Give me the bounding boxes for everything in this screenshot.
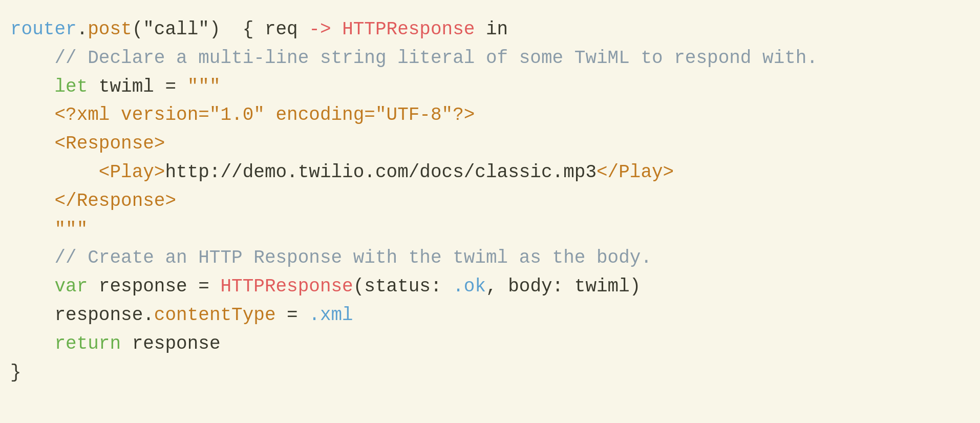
code-token	[10, 191, 54, 212]
code-token: HTTPResponse	[220, 276, 353, 297]
code-token	[10, 104, 54, 125]
code-token: """	[187, 76, 221, 97]
code-token: let	[54, 76, 88, 97]
code-line: // Declare a multi-line string literal o…	[10, 44, 970, 73]
code-line: router.post("call") { req -> HTTPRespons…	[10, 15, 970, 44]
code-token: // Create an HTTP Response with the twim…	[54, 247, 652, 268]
code-token: """	[54, 219, 88, 240]
code-line: response.contentType = .xml	[10, 301, 970, 330]
code-token: twiml =	[88, 76, 187, 97]
code-line: return response	[10, 330, 970, 358]
code-token: response	[54, 305, 143, 326]
code-token	[10, 133, 54, 154]
code-line: </Response>	[10, 187, 970, 216]
code-line: <?xml version="1.0" encoding="UTF-8"?>	[10, 101, 970, 130]
code-token	[10, 76, 54, 97]
code-token: <?xml version="1.0" encoding="UTF-8"?>	[54, 104, 475, 125]
code-token: .xml	[309, 305, 353, 326]
code-token: (status:	[353, 276, 453, 297]
code-token: http://demo.twilio.com/docs/classic.mp3	[165, 162, 596, 183]
code-token: .ok	[453, 276, 486, 297]
code-token	[10, 305, 54, 326]
code-token: ("call") { req	[132, 19, 309, 40]
code-token: response	[121, 333, 220, 354]
code-token	[10, 247, 54, 268]
code-token: return	[54, 333, 121, 354]
code-token: router	[10, 19, 77, 40]
code-token: ->	[309, 19, 331, 40]
code-token	[10, 219, 54, 240]
code-token: }	[10, 362, 22, 383]
code-token: =	[276, 305, 309, 326]
code-token: post	[88, 19, 132, 40]
code-token	[10, 276, 54, 297]
code-token: // Declare a multi-line string literal o…	[54, 48, 818, 69]
code-line: }	[10, 358, 970, 387]
code-token: </Play>	[596, 162, 674, 183]
code-token: , body: twiml)	[486, 276, 641, 297]
code-token	[10, 48, 54, 69]
code-token: var	[54, 276, 88, 297]
code-line: let twiml = """	[10, 73, 970, 101]
code-token: <Play>	[99, 162, 165, 183]
code-token	[10, 162, 99, 183]
code-block: router.post("call") { req -> HTTPRespons…	[0, 0, 980, 423]
code-token: in	[475, 19, 508, 40]
code-token	[10, 333, 54, 354]
code-token: .	[77, 19, 88, 40]
code-line: var response = HTTPResponse(status: .ok,…	[10, 272, 970, 301]
code-token: contentType	[154, 305, 276, 326]
code-line: """	[10, 216, 970, 244]
code-line: <Play>http://demo.twilio.com/docs/classi…	[10, 158, 970, 187]
code-token: </Response>	[54, 191, 176, 212]
code-token: HTTPResponse	[342, 19, 475, 40]
code-token: response =	[88, 276, 220, 297]
code-line: // Create an HTTP Response with the twim…	[10, 244, 970, 272]
code-token: <Response>	[54, 133, 165, 154]
code-token: .	[143, 305, 154, 326]
code-token	[331, 19, 343, 40]
code-line: <Response>	[10, 130, 970, 158]
